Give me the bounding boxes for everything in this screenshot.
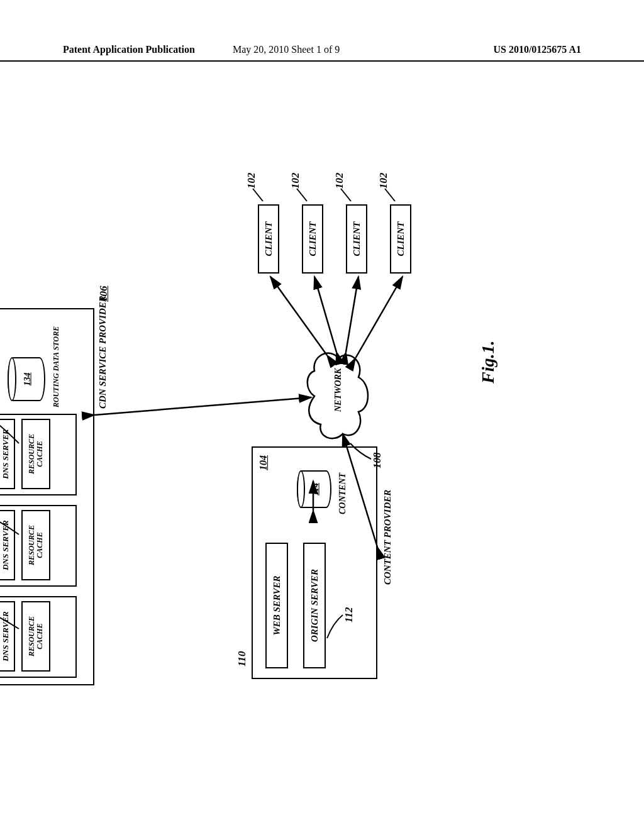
svg-line-6 <box>355 277 402 358</box>
routing-data-store-ref: 134 <box>23 358 33 400</box>
cdn-pop-1: CDN POP I DNS SERVER RESOURCE CACHE <box>0 596 77 678</box>
client-ref-4: 102 <box>377 173 390 189</box>
header-right: US 2010/0125675 A1 <box>493 44 581 55</box>
content-provider-title: CONTENT PROVIDER <box>382 490 393 585</box>
client-box-2: CLIENT <box>302 204 323 274</box>
client-ref-2: 102 <box>289 173 302 189</box>
cdn-service-provider-container: CDN POP I DNS SERVER RESOURCE CACHE CDN … <box>0 308 94 685</box>
network-label: NETWORK <box>333 368 343 412</box>
content-provider-ref: 104 <box>258 455 269 470</box>
web-server-box: WEB SERVER <box>265 543 288 668</box>
cdn-pop-2-cache: RESOURCE CACHE <box>21 510 50 580</box>
web-server-ref: 110 <box>236 651 248 667</box>
svg-line-3 <box>270 277 327 355</box>
header: Patent Application Publication May 20, 2… <box>0 44 644 62</box>
figure-caption: Fig.1. <box>478 341 498 384</box>
svg-line-5 <box>346 277 358 352</box>
cdn-service-provider-ref: 106 <box>97 286 110 302</box>
client-box-3: CLIENT <box>346 204 367 274</box>
content-cylinder: 114 <box>297 470 331 508</box>
cdn-pop-1-cache: RESOURCE CACHE <box>21 601 50 672</box>
client-ref-1: 102 <box>245 173 258 189</box>
routing-data-store-label: ROUTING DATA STORE <box>52 313 61 407</box>
header-left: Patent Application Publication <box>63 44 195 55</box>
origin-server-ref: 112 <box>343 607 355 622</box>
header-center: May 20, 2010 Sheet 1 of 9 <box>233 44 340 55</box>
cdn-pop-2: CDN POP II DNS SERVER RESOURCE CACHE <box>0 505 77 587</box>
client-box-4: CLIENT <box>390 204 411 274</box>
content-ref: 114 <box>310 472 320 507</box>
cdn-service-provider-title: CDN SERVICE PROVIDER <box>97 296 108 409</box>
content-provider-container: WEB SERVER ORIGIN SERVER 114 CONTENT 104 <box>252 446 377 679</box>
diagram: CDN POP I DNS SERVER RESOURCE CACHE CDN … <box>0 170 597 648</box>
client-box-1: CLIENT <box>258 204 279 274</box>
routing-data-store-cylinder: 134 <box>8 357 45 401</box>
svg-line-0 <box>94 397 311 415</box>
content-label: CONTENT <box>338 473 348 514</box>
cdn-pop-1-dns: DNS SERVER <box>0 601 15 672</box>
network-ref: 108 <box>371 453 384 469</box>
cdn-pop-3: CDN POP III DNS SERVER RESOURCE CACHE <box>0 414 77 495</box>
cdn-pop-3-dns: DNS SERVER <box>0 419 15 489</box>
cdn-pop-2-dns: DNS SERVER <box>0 510 15 580</box>
cdn-pop-3-cache: RESOURCE CACHE <box>21 419 50 489</box>
origin-server-box: ORIGIN SERVER <box>303 543 326 668</box>
client-ref-3: 102 <box>333 173 346 189</box>
svg-line-4 <box>314 277 336 352</box>
